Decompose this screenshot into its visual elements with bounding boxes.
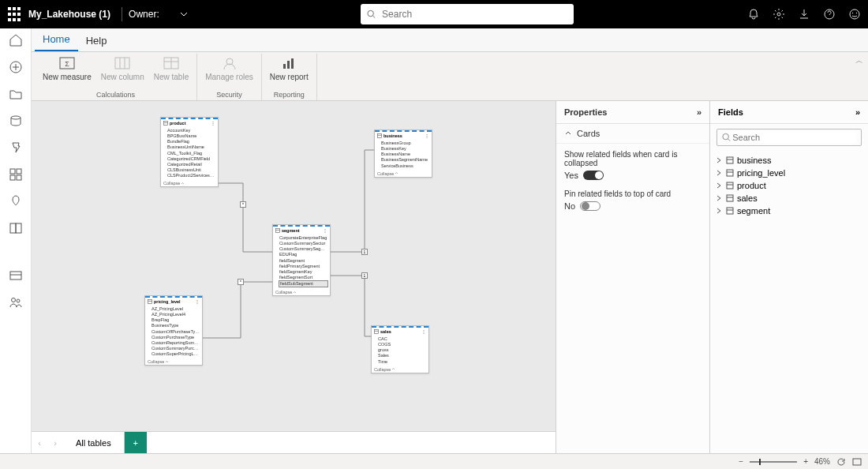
fields-search[interactable] [716,129,862,146]
create-icon[interactable] [9,60,23,74]
tab-nav-left[interactable]: ‹ [32,432,47,453]
column[interactable]: ServiceBusiness [381,163,429,169]
column[interactable]: BPGBustName [167,133,215,139]
column[interactable]: Sales [378,353,426,358]
apps-icon[interactable] [9,167,23,182]
field-table-item[interactable]: segment [715,204,863,217]
model-canvas[interactable]: * 1 1 * product⋮ AccountKey BPGBustName … [32,101,556,431]
tab-help[interactable]: Help [78,30,115,51]
help-icon[interactable] [822,7,836,21]
column[interactable]: CategorizedCRMField [167,156,215,162]
collapse-pane-icon[interactable]: » [855,107,860,117]
column[interactable]: BusinessKey [381,146,429,152]
fields-search-input[interactable] [731,132,856,143]
feedback-icon[interactable] [847,7,862,21]
collapse-toggle[interactable]: Collapse [145,358,202,365]
toggle-switch[interactable] [580,201,600,211]
learn-icon[interactable] [9,221,23,235]
notifications-icon[interactable] [746,7,761,21]
column[interactable]: CLSProduct2ServicesAndServices [167,173,215,178]
app-launcher-icon[interactable] [6,6,22,22]
relationship-node[interactable]: * [240,201,246,208]
column[interactable]: EDUFlag [279,252,327,257]
tab-all-tables[interactable]: All tables [63,432,125,453]
collapse-toggle[interactable]: Collapse [375,171,432,177]
column[interactable]: CustomReportingSummaryPurcha [152,340,200,346]
home-icon[interactable] [9,33,23,47]
collapse-toggle[interactable]: Collapse [161,180,218,186]
column[interactable]: CLSBusinessUnit [167,167,215,173]
owner-dropdown[interactable]: Owner: [129,9,188,20]
tab-home[interactable]: Home [35,28,78,51]
collapse-ribbon-icon[interactable]: ︿ [855,55,863,66]
column-selected[interactable]: fieldSubSegment [279,280,328,287]
workspace-users-icon[interactable] [9,295,23,310]
download-icon[interactable] [797,7,811,21]
table-card-business[interactable]: business⋮ BusinessGroup BusinessKey Busi… [374,129,432,178]
new-report-button[interactable]: New report [267,54,312,83]
workspaces-icon[interactable] [9,268,23,283]
table-card-segment[interactable]: segment⋮ CorporateEnterpriseFlag CustomS… [272,224,331,296]
column[interactable]: AccountKey [167,128,215,133]
toggle-switch[interactable] [583,171,604,180]
pin-related-toggle[interactable]: No [564,201,702,211]
column[interactable]: AZ_PricingLevel [152,306,200,312]
column[interactable]: fieldPrimarySegment [279,264,327,269]
metrics-icon[interactable] [9,141,23,155]
field-table-item[interactable]: business [715,154,863,167]
column[interactable]: CorporateEnterpriseFlag [279,235,327,241]
column[interactable]: BusinessSegmentName [381,157,429,163]
new-measure-button[interactable]: Σ New measure [39,54,95,83]
add-tab-button[interactable]: + [125,432,147,453]
relationship-node[interactable]: 1 [361,272,368,279]
relationship-node[interactable]: 1 [361,249,368,255]
more-icon[interactable]: ⋮ [211,121,215,126]
tab-nav-right[interactable]: › [47,432,63,453]
column[interactable]: BundleFlag [167,139,215,144]
search-input[interactable] [380,8,567,21]
column[interactable]: BusinessName [381,152,429,157]
column[interactable]: CustomOffPurchaseType [152,329,200,335]
column[interactable]: CustomSummarySegment [279,246,327,252]
search-box[interactable] [361,4,574,24]
column[interactable]: COGS [378,342,426,347]
settings-icon[interactable] [772,7,786,21]
column[interactable]: BusinessUnitName [167,144,215,150]
collapse-pane-icon[interactable]: » [697,107,702,117]
zoom-slider[interactable] [750,461,797,463]
column[interactable]: gross [378,347,426,353]
zoom-out-icon[interactable]: − [739,457,743,466]
column[interactable]: fieldSegmentKey [279,269,327,275]
column[interactable]: Time [378,359,426,365]
relationship-node[interactable]: * [238,279,244,285]
reset-zoom-icon[interactable] [836,457,846,467]
column[interactable]: BusinessType [152,323,200,328]
column[interactable]: CustomSuperPricingLevel [152,351,200,357]
more-icon[interactable]: ⋮ [421,329,426,334]
table-card-product[interactable]: product⋮ AccountKey BPGBustName BundleFl… [160,117,219,187]
deploy-icon[interactable] [9,194,23,208]
table-card-pricing-level[interactable]: pricing_level⋮ AZ_PricingLevel AZ_Pricin… [144,295,203,366]
field-table-item[interactable]: sales [715,192,863,204]
field-table-item[interactable]: product [715,179,863,192]
field-table-item[interactable]: pricing_level [715,167,863,179]
column[interactable]: fieldSegment [279,258,327,264]
column[interactable]: CustomSummaryPurchaseType [152,346,200,351]
fit-page-icon[interactable] [852,457,862,467]
column[interactable]: CategorizedRetail [167,162,215,167]
data-hub-icon[interactable] [9,114,23,128]
properties-section-cards[interactable]: Cards [556,124,709,144]
more-icon[interactable]: ⋮ [323,228,327,233]
column[interactable]: CAC [378,336,426,342]
show-related-toggle[interactable]: Yes [564,171,702,180]
column[interactable]: fieldSegmentSort [279,275,327,280]
column[interactable]: BrepFlag [152,317,200,323]
collapse-toggle[interactable]: Collapse [273,289,330,295]
more-icon[interactable]: ⋮ [425,133,429,138]
column[interactable]: CustomSummarySector [279,241,327,246]
zoom-in-icon[interactable]: + [803,457,808,466]
column[interactable]: BusinessGroup [381,141,429,146]
browse-icon[interactable] [9,87,23,101]
column[interactable]: CustomPurchaseType [152,335,200,340]
table-card-sales[interactable]: sales⋮ CAC COGS gross Sales Time Collaps… [371,325,429,373]
